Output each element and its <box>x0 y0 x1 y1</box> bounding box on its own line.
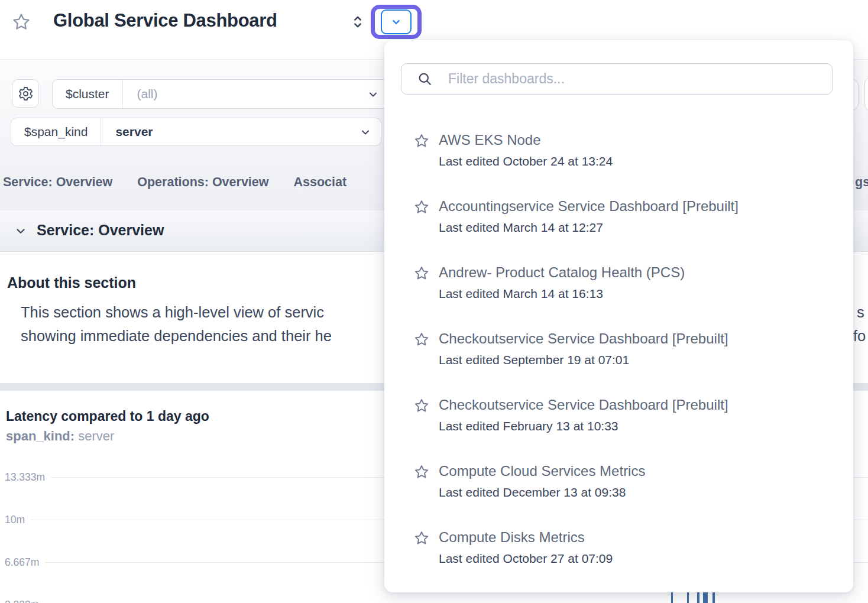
variable-span-kind-value: server <box>101 125 167 139</box>
star-outline-icon[interactable] <box>414 265 429 281</box>
variable-span-kind-dropdown[interactable]: $span_kind server <box>11 118 381 146</box>
dashboard-search-input[interactable] <box>433 71 832 87</box>
dashboard-item-last-edited: Last edited March 14 at 16:13 <box>439 285 835 303</box>
unfold-vertical-icon[interactable] <box>349 11 366 33</box>
about-heading: About this section <box>7 274 136 291</box>
dashboard-item-last-edited: Last edited February 13 at 10:33 <box>439 417 835 435</box>
section-title: Service: Overview <box>37 222 164 239</box>
dashboard-item-title: Checkoutservice Service Dashboard [Prebu… <box>439 396 835 414</box>
dashboard-item-title: Accountingservice Service Dashboard [Pre… <box>439 197 835 215</box>
dashboard-item-last-edited: Last edited October 24 at 13:24 <box>439 153 835 170</box>
star-outline-icon[interactable] <box>414 464 429 479</box>
dashboard-item-title: Compute Cloud Services Metrics <box>439 462 835 480</box>
variable-cluster-label: $cluster <box>53 87 122 101</box>
variables-settings-button[interactable] <box>12 79 39 108</box>
variable-cluster-value: (all) <box>123 87 172 101</box>
chart-subtitle: span_kind: server <box>6 429 114 444</box>
dashboard-list-item[interactable]: Compute Cloud Services Metrics Last edit… <box>384 462 853 529</box>
dashboard-item-title: Andrew- Product Catalog Health (PCS) <box>439 264 835 281</box>
gear-icon <box>18 86 34 102</box>
star-outline-icon[interactable] <box>414 398 429 413</box>
tab-operations-overview[interactable]: Operations: Overview <box>137 175 268 190</box>
tab-clipped-fragment[interactable]: gs <box>855 175 868 190</box>
dashboard-dropdown-panel: AWS EKS Node Last edited October 24 at 1… <box>384 40 853 592</box>
tab-associated[interactable]: Associat <box>294 175 347 190</box>
chevron-down-icon <box>359 127 371 138</box>
dashboard-item-title: AWS EKS Node <box>439 131 835 149</box>
star-outline-icon[interactable] <box>414 133 429 148</box>
y-tick-label: 13.333m <box>5 471 45 484</box>
dashboard-list-item[interactable]: Checkoutservice Service Dashboard [Prebu… <box>384 396 853 462</box>
dashboard-list: AWS EKS Node Last edited October 24 at 1… <box>384 131 853 595</box>
dashboard-item-last-edited: Last edited March 14 at 12:27 <box>439 219 835 236</box>
star-outline-icon[interactable] <box>414 332 429 347</box>
chart-subtitle-value: server <box>78 429 114 443</box>
about-text-line2-clipped: fo <box>853 328 866 345</box>
section-tabs: Service: Overview Operations: Overview A… <box>3 175 346 190</box>
dashboard-item-title: Compute Disks Metrics <box>439 529 835 546</box>
page-title: Global Service Dashboard <box>53 10 277 31</box>
dashboard-list-item[interactable]: Andrew- Product Catalog Health (PCS) Las… <box>384 264 853 330</box>
about-text-line2: showing immediate dependencies and their… <box>21 328 332 345</box>
dashboard-item-last-edited: Last edited December 13 at 09:38 <box>439 484 835 501</box>
dashboard-switcher-button[interactable] <box>371 5 422 39</box>
star-outline-icon[interactable] <box>414 530 429 546</box>
dashboard-search-box <box>401 63 833 95</box>
search-icon <box>417 71 433 87</box>
y-axis-tick: 3.333m <box>5 598 868 603</box>
about-text-line1: This section shows a high-level view of … <box>21 304 324 321</box>
dashboard-list-item[interactable]: Accountingservice Service Dashboard [Pre… <box>384 197 853 264</box>
dashboard-list-item[interactable]: AWS EKS Node Last edited October 24 at 1… <box>384 131 853 197</box>
collapse-section-chevron-icon[interactable] <box>14 225 27 238</box>
dashboard-item-last-edited: Last edited October 27 at 07:09 <box>439 550 835 568</box>
star-outline-icon[interactable] <box>414 199 429 215</box>
dashboard-list-item[interactable]: Checkoutservice Service Dashboard [Prebu… <box>384 330 853 396</box>
tab-service-overview[interactable]: Service: Overview <box>3 175 112 190</box>
dashboard-item-last-edited: Last edited September 19 at 07:01 <box>439 351 835 369</box>
partial-filter-control[interactable] <box>864 77 868 111</box>
y-tick-label: 10m <box>5 514 25 526</box>
dashboard-item-title: Checkoutservice Service Dashboard [Prebu… <box>439 330 835 348</box>
y-tick-label: 6.667m <box>5 556 39 569</box>
favorite-star-icon[interactable] <box>12 12 31 31</box>
variable-cluster-dropdown[interactable]: $cluster (all) <box>52 79 389 109</box>
y-tick-label: 3.333m <box>5 599 39 603</box>
chevron-down-icon <box>367 89 379 100</box>
chevron-down-icon <box>390 15 403 28</box>
chart-subtitle-key: span_kind: <box>6 429 75 443</box>
about-text-line1-clipped: s <box>857 304 864 321</box>
dashboard-list-item[interactable]: Compute Disks Metrics Last edited Octobe… <box>384 529 853 595</box>
chart-title: Latency compared to 1 day ago <box>6 409 209 424</box>
variable-span-kind-label: $span_kind <box>11 125 101 139</box>
